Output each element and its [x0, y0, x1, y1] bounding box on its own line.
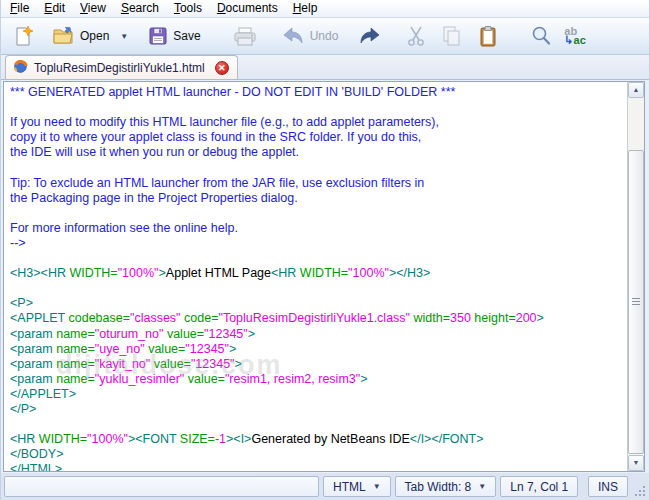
cursor-position-indicator: Ln 7, Col 1	[500, 476, 578, 497]
code-line: <P>	[10, 296, 625, 311]
cut-button[interactable]	[403, 23, 429, 49]
code-line: For more information see the online help…	[10, 221, 625, 236]
code-line: If you need to modify this HTML launcher…	[10, 115, 625, 130]
tab-close-icon[interactable]: ✕	[215, 61, 229, 75]
replace-button[interactable]: ab ↳ac	[561, 25, 588, 47]
syntax-mode-label: HTML	[333, 480, 366, 494]
menu-item-file[interactable]: File	[3, 0, 37, 17]
code-line: </BODY>	[10, 447, 625, 462]
status-bar: HTML ▼ Tab Width: 8 ▼ Ln 7, Col 1 INS	[1, 473, 649, 500]
vertical-scrollbar[interactable]: ▲ ▼	[627, 82, 644, 471]
scrollbar-thumb[interactable]	[628, 150, 644, 454]
copy-pages-icon	[440, 25, 462, 47]
code-line	[10, 281, 625, 296]
chevron-down-icon: ▼	[120, 32, 128, 41]
insert-mode-indicator: INS	[588, 476, 628, 497]
code-line: <APPLET codebase="classes" code="TopluRe…	[10, 311, 625, 326]
scroll-down-button[interactable]: ▼	[628, 455, 644, 471]
menu-item-documents[interactable]: Documents	[210, 0, 286, 17]
redo-button[interactable]	[355, 24, 385, 48]
open-button-label: Open	[80, 29, 109, 43]
scissors-icon	[406, 25, 426, 47]
menu-item-edit[interactable]: Edit	[37, 0, 73, 17]
code-line: <param name="kayit_no" value="12345">	[10, 357, 625, 372]
save-button[interactable]: Save	[145, 24, 203, 48]
open-folder-icon	[52, 26, 75, 46]
find-button[interactable]	[527, 23, 555, 49]
scrollbar-track[interactable]	[628, 98, 644, 455]
code-line: *** GENERATED applet HTML launcher - DO …	[10, 85, 625, 100]
open-button[interactable]: Open	[49, 24, 112, 48]
tab-width-dropdown[interactable]: Tab Width: 8 ▼	[395, 476, 497, 497]
menu-item-search[interactable]: Search	[114, 0, 167, 17]
code-line: <HR WIDTH="100%"><FONT SIZE=-1><I>Genera…	[10, 432, 625, 447]
code-line: <H3><HR WIDTH="100%">Applet HTML Page<HR…	[10, 266, 625, 281]
code-line: </HTML>	[10, 462, 625, 471]
menu-bar: FileEditViewSearchToolsDocumentsHelp	[1, 0, 649, 18]
code-line: Tip: To exclude an HTML launcher from th…	[10, 176, 625, 191]
code-line: -->	[10, 236, 625, 251]
menu-item-view[interactable]: View	[73, 0, 114, 17]
undo-button[interactable]: Undo	[278, 24, 342, 48]
new-file-icon	[12, 25, 34, 47]
code-line: the Packaging page in the Project Proper…	[10, 191, 625, 206]
code-line: copy it to where your applet class is fo…	[10, 130, 625, 145]
code-line	[10, 160, 625, 175]
print-button[interactable]	[230, 24, 260, 49]
tab-bar: TopluResimDegistirliYukle1.html ✕	[1, 55, 649, 80]
code-line	[10, 100, 625, 115]
tab-width-label: Tab Width: 8	[405, 480, 472, 494]
code-line	[10, 251, 625, 266]
code-line: <param name="yuklu_resimler" value="resi…	[10, 372, 625, 387]
chevron-down-icon: ▼	[478, 482, 486, 491]
code-line: <param name="uye_no" value="12345">	[10, 342, 625, 357]
open-dropdown-button[interactable]: ▼	[112, 30, 131, 43]
menu-item-tools[interactable]: Tools	[167, 0, 210, 17]
redo-arrow-icon	[358, 26, 382, 46]
paste-button[interactable]	[475, 23, 501, 49]
save-button-label: Save	[173, 29, 200, 43]
scroll-up-button[interactable]: ▲	[628, 82, 644, 98]
printer-icon	[233, 26, 257, 47]
code-line	[10, 417, 625, 432]
syntax-mode-dropdown[interactable]: HTML ▼	[323, 476, 391, 497]
copy-button[interactable]	[437, 23, 465, 49]
tab-title: TopluResimDegistirliYukle1.html	[34, 60, 205, 75]
code-line: <param name="oturum_no" value="12345">	[10, 327, 625, 342]
paste-clipboard-icon	[478, 25, 498, 47]
window-resize-grip[interactable]	[632, 483, 646, 497]
code-line: the IDE will use it when you run or debu…	[10, 145, 625, 160]
chevron-down-icon: ▼	[373, 482, 381, 491]
toolbar: Open ▼ Save	[1, 18, 649, 55]
menu-item-help[interactable]: Help	[286, 0, 326, 17]
undo-button-label: Undo	[310, 29, 339, 43]
replace-ab-ac-icon: ab ↳ac	[564, 27, 585, 45]
code-line: </APPLET>	[10, 387, 625, 402]
editor-window: FileEditViewSearchToolsDocumentsHelp Ope…	[0, 0, 650, 500]
editor-content[interactable]: *** GENERATED applet HTML launcher - DO …	[4, 82, 627, 471]
file-type-firefox-icon	[13, 59, 28, 77]
code-line: </P>	[10, 402, 625, 417]
search-magnifier-icon	[530, 25, 552, 47]
save-floppy-icon	[148, 26, 168, 46]
new-file-button[interactable]	[9, 23, 37, 49]
code-line	[10, 206, 625, 221]
tab-topluresimdegistirliyukle1[interactable]: TopluResimDegistirliYukle1.html ✕	[5, 55, 238, 79]
status-message-panel	[4, 476, 319, 497]
scrollbar-grip	[632, 298, 640, 306]
undo-arrow-icon	[281, 26, 305, 46]
editor: *** GENERATED applet HTML launcher - DO …	[3, 81, 645, 472]
